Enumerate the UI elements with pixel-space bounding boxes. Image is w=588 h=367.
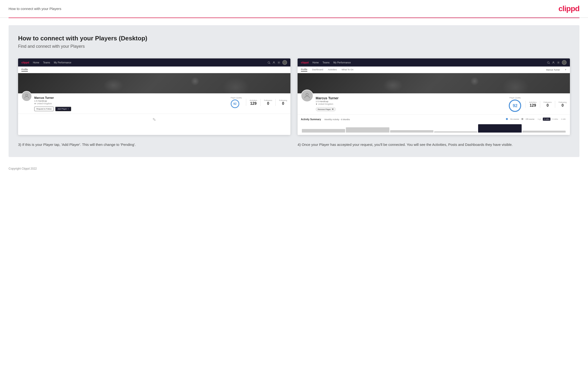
right-nav-logo: clippd	[301, 61, 309, 64]
page-footer: Copyright Clippd 2022	[0, 164, 588, 175]
screenshot-left: clippd Home Teams My Performance Profile	[18, 58, 290, 135]
activity-subtitle: Monthly Activity - 6 Months	[324, 118, 350, 121]
left-quality-circle-container: Player Quality 92	[231, 97, 242, 108]
right-tab-profile[interactable]: Profile	[301, 68, 307, 72]
avatar-person-icon	[24, 93, 30, 99]
svg-point-6	[547, 61, 549, 63]
right-app-tabs: Profile Dashboard Activities What To On …	[298, 67, 570, 73]
activity-period-buttons: 1 yr 6 mths 3 mths 1 mth	[537, 117, 567, 121]
right-activity-summary: Activity Summary Monthly Activity - 6 Mo…	[298, 114, 570, 135]
svg-point-2	[273, 61, 274, 62]
left-profile-banner	[18, 73, 290, 93]
svg-line-7	[549, 63, 550, 64]
left-stat-following: Following 0	[279, 99, 287, 106]
search-icon[interactable]	[267, 61, 270, 64]
activity-title: Activity Summary	[301, 118, 321, 121]
right-tab-what-to-on[interactable]: What To On	[342, 68, 354, 71]
right-nav-icons	[547, 60, 567, 65]
top-bar: How to connect with your Players clippd	[0, 0, 588, 18]
copyright: Copyright Clippd 2022	[9, 167, 37, 170]
left-app-nav: clippd Home Teams My Performance	[18, 58, 290, 67]
right-stat-following: Following 0	[559, 101, 567, 108]
right-quality-circle-container: Player Quality 92	[509, 97, 521, 112]
remove-player-button[interactable]: Remove Player ✕	[316, 107, 336, 111]
right-settings-icon[interactable]	[557, 61, 560, 64]
left-nav-icons	[267, 60, 287, 65]
svg-point-4	[26, 94, 28, 96]
right-location-icon	[316, 103, 317, 105]
page-title: How to connect with your Players	[9, 7, 61, 11]
caption-right: 4) Once your Player has accepted your re…	[298, 142, 570, 148]
period-1yr[interactable]: 1 yr	[537, 117, 542, 121]
main-subheading: Find and connect with your Players	[18, 44, 570, 49]
right-nav-performance: My Performance	[334, 61, 351, 64]
right-tab-user: Marcus Turner	[546, 69, 560, 71]
add-player-button[interactable]: Add Player +	[55, 107, 71, 111]
chart-bar-1	[302, 129, 345, 133]
right-avatar	[301, 90, 313, 102]
chart-bar-5	[478, 124, 521, 133]
right-profile-left: Marcus Turner 1-5 Handicap United Kingdo…	[301, 95, 506, 111]
right-app-nav: clippd Home Teams My Performance	[298, 58, 570, 67]
left-nav-teams: Teams	[43, 61, 50, 64]
left-stat-activities: Activities 129	[250, 99, 257, 106]
right-player-handicap: 1-5 Handicap	[316, 100, 506, 103]
period-3mths[interactable]: 3 mths	[551, 117, 559, 121]
chart-bar-6	[522, 131, 566, 133]
captions-row: 3) If this is your Player tap, 'Add Play…	[18, 142, 570, 148]
left-nav-logo: clippd	[21, 61, 29, 64]
left-nav-home: Home	[33, 61, 39, 64]
right-stat-followers: Followers 0	[544, 101, 552, 108]
clippd-logo: clippd	[559, 4, 579, 13]
right-nav-teams: Teams	[322, 61, 329, 64]
right-profile-banner	[298, 73, 570, 93]
left-avatar	[21, 91, 32, 101]
left-stat-followers: Followers 0	[264, 99, 272, 106]
right-search-icon[interactable]	[547, 61, 550, 64]
left-profile-info: Marcus Turner 1-5 Handicap United Kingdo…	[18, 93, 290, 114]
right-quality-circle: 92	[509, 100, 521, 112]
svg-point-9	[558, 62, 559, 63]
on-course-dot	[506, 118, 508, 120]
left-screenshot-bottom: ✎	[18, 114, 290, 125]
left-tab-profile[interactable]: Profile	[21, 68, 28, 72]
right-tab-activities[interactable]: Activities	[328, 68, 337, 71]
off-course-dot	[521, 118, 523, 120]
period-6mths[interactable]: 6 mths	[543, 117, 550, 121]
right-avatar-icon[interactable]	[562, 60, 567, 65]
period-1mth[interactable]: 1 mth	[560, 117, 567, 121]
right-user-icon[interactable]	[552, 61, 555, 64]
screenshot-right: clippd Home Teams My Performance Profile…	[298, 58, 570, 135]
right-profile-details: Marcus Turner 1-5 Handicap United Kingdo…	[316, 95, 506, 111]
right-stat-activities: Activities 129	[529, 101, 537, 108]
main-heading: How to connect with your Players (Deskto…	[18, 35, 570, 42]
left-profile-details: Marcus Turner 1-5 Handicap United Kingdo…	[34, 95, 228, 111]
svg-point-0	[268, 61, 270, 63]
svg-point-3	[278, 62, 279, 63]
left-player-handicap: 1-5 Handicap	[34, 100, 228, 102]
activity-header: Activity Summary Monthly Activity - 6 Mo…	[301, 117, 567, 121]
pen-icon: ✎	[153, 117, 156, 122]
svg-point-8	[553, 61, 554, 62]
main-content: How to connect with your Players (Deskto…	[9, 25, 579, 157]
right-profile-info: Marcus Turner 1-5 Handicap United Kingdo…	[298, 93, 570, 114]
right-avatar-person-icon	[303, 92, 311, 99]
user-icon[interactable]	[272, 61, 276, 64]
left-profile-left: Marcus Turner 1-5 Handicap United Kingdo…	[21, 95, 228, 111]
screenshots-row: clippd Home Teams My Performance Profile	[18, 58, 570, 135]
right-player-location: United Kingdom	[316, 103, 506, 105]
remove-x-icon: ✕	[332, 108, 334, 110]
location-icon	[34, 103, 36, 105]
svg-point-10	[306, 93, 308, 96]
request-follow-button[interactable]: Request to Follow	[34, 107, 54, 111]
left-nav-performance: My Performance	[54, 61, 71, 64]
left-profile-buttons: Request to Follow Add Player +	[34, 107, 228, 111]
chart-bar-3	[390, 130, 433, 133]
activity-chart	[301, 123, 567, 133]
caption-left: 3) If this is your Player tap, 'Add Play…	[18, 142, 290, 148]
left-quality-circle: 92	[231, 100, 239, 108]
right-tab-dashboard[interactable]: Dashboard	[312, 68, 323, 71]
left-player-location: United Kingdom	[34, 102, 228, 105]
settings-icon[interactable]	[277, 61, 280, 64]
avatar-icon[interactable]	[282, 60, 287, 65]
